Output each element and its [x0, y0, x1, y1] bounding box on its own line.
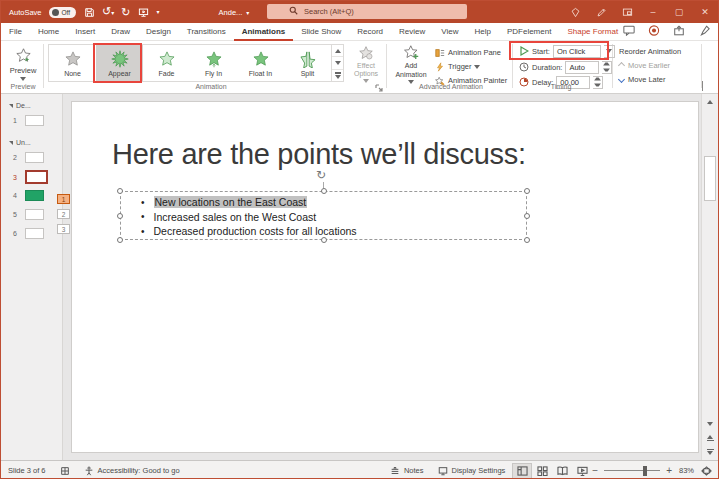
duration-input[interactable]: Auto: [565, 61, 599, 74]
collapse-ribbon-button[interactable]: [702, 81, 712, 89]
animation-appear[interactable]: Appear: [96, 45, 143, 81]
tab-transitions[interactable]: Transitions: [179, 23, 234, 41]
section-header-2[interactable]: Un...: [9, 139, 31, 146]
display-settings-button[interactable]: Display Settings: [431, 461, 513, 479]
tab-home[interactable]: Home: [30, 23, 67, 41]
record-icon[interactable]: [646, 24, 662, 37]
add-animation-button[interactable]: Add Animation: [390, 44, 432, 84]
zoom-level[interactable]: 83%: [672, 461, 696, 479]
gallery-scroll-up[interactable]: [332, 45, 343, 57]
vertical-scrollbar[interactable]: [701, 94, 718, 460]
comments-icon[interactable]: [621, 24, 637, 37]
spellcheck-icon[interactable]: [53, 461, 77, 479]
undo-icon[interactable]: ↺▾: [102, 6, 114, 19]
selection-handle[interactable]: [321, 188, 327, 194]
animation-order-badge[interactable]: 2: [57, 209, 70, 219]
slide-sorter-view-button[interactable]: [532, 463, 552, 479]
slide-thumb-2[interactable]: 2: [1, 152, 63, 163]
share-icon[interactable]: [671, 24, 687, 37]
slide-canvas[interactable]: Here are the points we’ll discuss: ↻ 1 2…: [71, 101, 699, 453]
gallery-scroll-down[interactable]: [332, 57, 343, 69]
animation-float-in[interactable]: Float In: [237, 45, 284, 81]
slideshow-view-button[interactable]: [572, 463, 592, 479]
save-icon[interactable]: [83, 6, 95, 18]
customize-qat-icon[interactable]: ▾: [157, 7, 160, 18]
gallery-more-button[interactable]: [332, 70, 343, 81]
fit-slide-to-window-button[interactable]: [696, 463, 716, 479]
slide-thumb-3-selected[interactable]: 3: [1, 170, 63, 184]
minimize-button[interactable]: –: [640, 1, 666, 23]
tab-draw[interactable]: Draw: [103, 23, 138, 41]
slide-thumb-1[interactable]: 1: [1, 115, 63, 126]
start-select[interactable]: On Click: [553, 45, 601, 58]
scrollbar-thumb[interactable]: [704, 156, 716, 201]
animation-pane-button[interactable]: Animation Pane: [435, 46, 501, 59]
tab-slide-show[interactable]: Slide Show: [293, 23, 349, 41]
animation-dialog-launcher-icon[interactable]: [375, 84, 383, 92]
tab-record[interactable]: Record: [349, 23, 391, 41]
move-earlier-button[interactable]: Move Earlier: [619, 61, 670, 70]
section-header-1[interactable]: De...: [9, 102, 31, 109]
selection-handle[interactable]: [117, 213, 123, 219]
bullet-item-1[interactable]: New locations on the East Coast: [141, 195, 357, 210]
redo-icon[interactable]: ↻: [121, 7, 130, 18]
tab-animations[interactable]: Animations: [234, 23, 294, 41]
tab-pdfelement[interactable]: PDFelement: [499, 23, 559, 41]
editing-mode-icon[interactable]: [588, 1, 614, 23]
close-button[interactable]: ✕: [692, 1, 718, 23]
zoom-slider-thumb[interactable]: [643, 466, 647, 476]
slide-thumb-4[interactable]: 4: [1, 190, 63, 201]
animation-fly-in[interactable]: Fly In: [190, 45, 237, 81]
start-slideshow-icon[interactable]: [138, 6, 150, 18]
previous-slide-icon[interactable]: [702, 432, 718, 444]
selection-handle[interactable]: [524, 237, 530, 243]
delay-spinner[interactable]: [593, 76, 603, 89]
tab-insert[interactable]: Insert: [67, 23, 103, 41]
selection-handle[interactable]: [117, 237, 123, 243]
slide-indicator[interactable]: Slide 3 of 6: [1, 461, 53, 479]
animation-order-badge[interactable]: 3: [57, 224, 70, 234]
selected-text-box[interactable]: 1 2 3 New locations on the East Coast In…: [120, 191, 527, 240]
trigger-button[interactable]: Trigger: [435, 60, 480, 73]
rotate-handle-icon[interactable]: ↻: [316, 168, 326, 182]
tab-view[interactable]: View: [433, 23, 466, 41]
preview-button[interactable]: Preview: [7, 44, 39, 84]
normal-view-button[interactable]: [512, 463, 532, 479]
pip-window-icon[interactable]: [614, 1, 640, 23]
search-input[interactable]: Search (Alt+Q): [267, 4, 467, 19]
animation-order-badge[interactable]: 1: [57, 194, 70, 204]
selection-handle[interactable]: [524, 213, 530, 219]
next-slide-icon[interactable]: [702, 446, 718, 458]
scroll-up-icon[interactable]: [702, 96, 718, 108]
tab-review[interactable]: Review: [391, 23, 433, 41]
tab-file[interactable]: File: [1, 23, 30, 41]
tab-design[interactable]: Design: [138, 23, 179, 41]
selection-handle[interactable]: [524, 188, 530, 194]
notes-button[interactable]: Notes: [383, 461, 431, 479]
zoom-slider[interactable]: [604, 470, 660, 472]
accessibility-status[interactable]: Accessibility: Good to go: [77, 461, 187, 479]
animation-none[interactable]: None: [49, 45, 96, 81]
bullet-item-2[interactable]: Increased sales on the West Coast: [141, 210, 357, 225]
duration-spinner[interactable]: [602, 61, 612, 74]
slide-thumb-5[interactable]: 5: [1, 209, 63, 220]
coauthor-icon[interactable]: [562, 1, 588, 23]
move-later-button[interactable]: Move Later: [619, 75, 666, 84]
effect-options-button[interactable]: Effect Options: [348, 44, 384, 84]
bullet-item-3[interactable]: Decreased production costs for all locat…: [141, 224, 357, 239]
reading-view-button[interactable]: [552, 463, 572, 479]
autosave-toggle[interactable]: Off: [49, 7, 77, 18]
zoom-out-button[interactable]: −: [592, 465, 598, 476]
start-dropdown-arrow[interactable]: [604, 45, 615, 58]
slide-thumb-6[interactable]: 6: [1, 228, 63, 239]
slide-title[interactable]: Here are the points we’ll discuss:: [112, 138, 526, 171]
animation-fade[interactable]: Fade: [143, 45, 190, 81]
document-name[interactable]: Ande... ▾: [219, 8, 250, 17]
presenter-coach-icon[interactable]: [696, 24, 712, 37]
tab-help[interactable]: Help: [466, 23, 498, 41]
animation-split[interactable]: Split: [284, 45, 331, 81]
scroll-down-icon[interactable]: [702, 418, 718, 430]
maximize-button[interactable]: ▢: [666, 1, 692, 23]
tab-shape-format[interactable]: Shape Format: [559, 23, 626, 41]
selection-handle[interactable]: [117, 188, 123, 194]
